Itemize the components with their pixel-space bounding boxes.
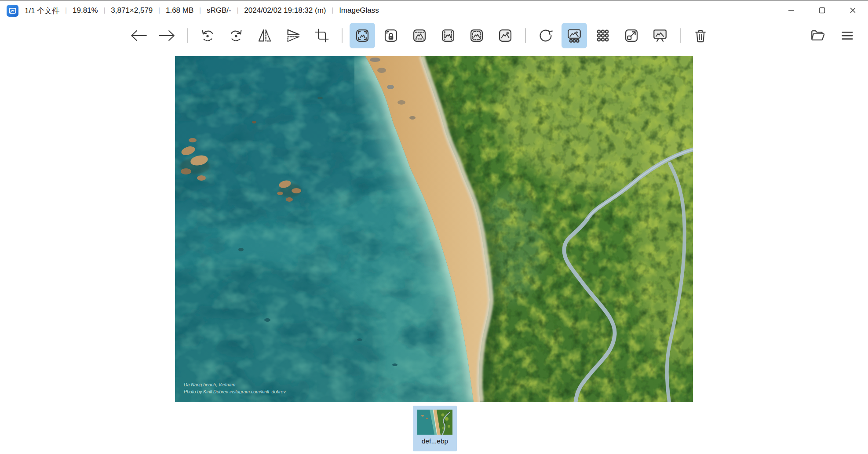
gallery-thumbnail-selected[interactable]: def...ebp: [413, 406, 457, 451]
lock-zoom-icon: [383, 28, 399, 44]
titlebar-separator: |: [65, 7, 67, 14]
flip-horizontal-button[interactable]: [252, 23, 277, 48]
window-controls: [776, 1, 868, 20]
watermark-line2: Photo by Kirill Dobrev instagram.com/kir…: [184, 389, 286, 394]
scale-to-height-button[interactable]: [435, 23, 461, 48]
folder-open-icon: [810, 28, 826, 44]
toolbar-separator: [342, 28, 343, 43]
slideshow-button[interactable]: [647, 23, 673, 48]
toolbar: [0, 20, 868, 51]
titlebar: 1/1 个文件 | 19.81% | 3,871×2,579 | 1.68 MB…: [0, 1, 868, 20]
app-name: ImageGlass: [339, 6, 379, 15]
minimize-button[interactable]: [776, 1, 806, 19]
file-count: 1/1 个文件: [25, 6, 59, 16]
crop-icon: [314, 28, 329, 43]
main-menu-button[interactable]: [835, 23, 860, 48]
zoom-level: 19.81%: [73, 6, 98, 15]
refresh-icon: [538, 28, 554, 44]
scale-height-icon: [440, 28, 456, 44]
rotate-ccw-icon: [200, 28, 215, 44]
trash-icon: [693, 28, 708, 44]
toolbar-separator: [680, 28, 681, 43]
titlebar-separator: |: [158, 7, 160, 14]
maximize-button[interactable]: [806, 1, 837, 19]
auto-zoom-button[interactable]: [350, 23, 375, 48]
scale-to-fit-button[interactable]: [464, 23, 489, 48]
thumbnail-filename: def...ebp: [422, 437, 448, 445]
flip-vertical-icon: [285, 28, 301, 44]
minimize-icon: [788, 7, 795, 14]
titlebar-separator: |: [199, 7, 201, 14]
hamburger-icon: [839, 28, 855, 44]
flip-vertical-button[interactable]: [281, 23, 306, 48]
file-size: 1.68 MB: [166, 6, 193, 15]
rotate-cw-icon: [228, 28, 244, 44]
imageglass-logo-icon[interactable]: [7, 5, 18, 17]
gallery-panel-button[interactable]: [562, 23, 587, 48]
titlebar-status-text: 1/1 个文件 | 19.81% | 3,871×2,579 | 1.68 MB…: [25, 6, 379, 16]
grid-icon: [595, 28, 611, 44]
refresh-button[interactable]: [533, 23, 558, 48]
titlebar-separator: |: [237, 7, 239, 14]
crop-button[interactable]: [309, 23, 335, 48]
scale-fit-icon: [469, 28, 485, 44]
file-datetime: 2024/02/02 19:18:32 (m): [244, 6, 326, 15]
imageglass-window: 1/1 个文件 | 19.81% | 3,871×2,579 | 1.68 MB…: [0, 1, 868, 454]
close-icon: [850, 7, 856, 14]
fullscreen-icon: [624, 28, 639, 44]
toolbar-separator: [187, 28, 188, 43]
thumbnail-grid-button[interactable]: [590, 23, 616, 48]
watermark-line1: Da Nang beach, Vietnam: [184, 382, 235, 387]
lock-zoom-button[interactable]: [378, 23, 404, 48]
toolbar-right-group: [805, 23, 868, 48]
scale-fill-icon: [497, 28, 513, 44]
slideshow-icon: [652, 28, 668, 44]
arrow-right-icon: [158, 29, 176, 43]
close-button[interactable]: [837, 1, 868, 19]
scale-to-fill-button[interactable]: [492, 23, 518, 48]
titlebar-separator: |: [104, 7, 106, 14]
arrow-left-icon: [129, 29, 148, 43]
titlebar-separator: |: [332, 7, 333, 14]
toolbar-separator: [525, 28, 526, 43]
open-file-button[interactable]: [805, 23, 831, 48]
rotate-right-button[interactable]: [223, 23, 249, 48]
auto-zoom-icon: [354, 28, 370, 44]
gallery-icon: [566, 28, 582, 44]
next-image-button[interactable]: [154, 23, 180, 48]
scale-width-icon: [412, 28, 427, 44]
flip-horizontal-icon: [257, 28, 273, 44]
thumbnail-image: [417, 410, 452, 435]
scale-to-width-button[interactable]: [407, 23, 432, 48]
delete-button[interactable]: [688, 23, 713, 48]
previous-image-button[interactable]: [126, 23, 151, 48]
fullscreen-button[interactable]: [619, 23, 644, 48]
photo-viewer[interactable]: Da Nang beach, Vietnam Photo by Kirill D…: [175, 56, 693, 402]
color-profile: sRGB/-: [207, 6, 231, 15]
image-dimensions: 3,871×2,579: [111, 6, 153, 15]
maximize-icon: [819, 7, 825, 14]
rotate-left-button[interactable]: [195, 23, 220, 48]
